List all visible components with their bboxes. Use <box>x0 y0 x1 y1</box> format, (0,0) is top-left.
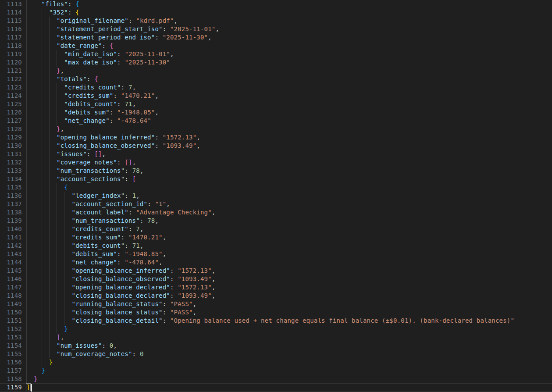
code-line[interactable]: 1148"closing_balance_declared": "1093.49… <box>0 292 552 300</box>
line-number[interactable]: 1124 <box>0 92 22 100</box>
line-number[interactable]: 1130 <box>0 142 22 150</box>
indent-guide <box>42 317 42 325</box>
line-number[interactable]: 1132 <box>0 158 22 167</box>
code-line[interactable]: 1156} <box>0 358 552 367</box>
code-line[interactable]: 1155"num_coverage_notes": 0 <box>0 350 552 358</box>
code-line[interactable]: 1140"credits_count": 7, <box>0 225 552 233</box>
code-line[interactable]: 1145"opening_balance_inferred": "1572.13… <box>0 267 552 275</box>
code-line[interactable]: 1129"opening_balance_inferred": "1572.13… <box>0 133 552 142</box>
line-number[interactable]: 1122 <box>0 75 22 83</box>
code-line[interactable]: 1152} <box>0 325 552 333</box>
code-line[interactable]: 1153], <box>0 333 552 342</box>
code-line[interactable]: 1123"credits_count": 7, <box>0 83 552 92</box>
line-number[interactable]: 1139 <box>0 217 22 225</box>
code-line[interactable]: 1150"closing_balance_status": "PASS", <box>0 308 552 317</box>
code-line[interactable]: 1147"opening_balance_declared": "1572.13… <box>0 283 552 292</box>
indent-guide <box>26 358 27 367</box>
code-line[interactable]: 1114"352": { <box>0 8 552 17</box>
code-line[interactable]: 1130"closing_balance_observed": "1093.49… <box>0 142 552 150</box>
line-number[interactable]: 1115 <box>0 17 22 25</box>
code-line[interactable]: 1135{ <box>0 183 552 192</box>
line-number[interactable]: 1146 <box>0 275 22 283</box>
code-line[interactable]: 1127"net_change": "-478.64" <box>0 117 552 125</box>
code-line[interactable]: 1157} <box>0 367 552 375</box>
line-number[interactable]: 1140 <box>0 225 22 233</box>
code-line[interactable]: 1158} <box>0 375 552 383</box>
code-line[interactable]: 1122"totals": { <box>0 75 552 83</box>
line-number[interactable]: 1159 <box>0 384 22 391</box>
code-line[interactable]: 1117"statement_period_end_iso": "2025-11… <box>0 33 552 42</box>
line-number[interactable]: 1113 <box>0 0 22 8</box>
code-line[interactable]: 1134"account_sections": [ <box>0 175 552 183</box>
code-line[interactable]: 1115"original_filename": "kdrd.pdf", <box>0 17 552 25</box>
line-number[interactable]: 1141 <box>0 233 22 242</box>
line-number[interactable]: 1138 <box>0 208 22 217</box>
code-line[interactable]: 1120"max_date_iso": "2025-11-30" <box>0 58 552 67</box>
json-key: "totals" <box>57 75 87 82</box>
code-line[interactable]: 1128}, <box>0 125 552 133</box>
code-line[interactable]: 1141"credits_sum": "1470.21", <box>0 233 552 242</box>
line-number[interactable]: 1117 <box>0 33 22 42</box>
line-number[interactable]: 1127 <box>0 117 22 125</box>
line-number[interactable]: 1151 <box>0 317 22 325</box>
line-number[interactable]: 1144 <box>0 258 22 267</box>
line-number[interactable]: 1156 <box>0 358 22 367</box>
line-number[interactable]: 1148 <box>0 292 22 300</box>
code-line[interactable]: 1131"issues": [], <box>0 150 552 158</box>
line-number[interactable]: 1152 <box>0 325 22 333</box>
code-line[interactable]: 1142"debits_count": 71, <box>0 242 552 250</box>
json-number: 71 <box>132 242 140 249</box>
code-line[interactable]: 1139"num_transactions": 78, <box>0 217 552 225</box>
code-line[interactable]: 1159] <box>0 383 552 392</box>
code-line[interactable]: 1146"closing_balance_observed": "1093.49… <box>0 275 552 283</box>
code-line[interactable]: 1143"debits_sum": "-1948.85", <box>0 250 552 258</box>
line-number[interactable]: 1142 <box>0 242 22 250</box>
line-number[interactable]: 1136 <box>0 192 22 200</box>
line-number[interactable]: 1137 <box>0 200 22 208</box>
line-number[interactable]: 1114 <box>0 8 22 17</box>
line-number[interactable]: 1147 <box>0 283 22 292</box>
code-line[interactable]: 1126"debits_sum": "-1948.85", <box>0 108 552 117</box>
line-number[interactable]: 1150 <box>0 308 22 317</box>
line-number[interactable]: 1131 <box>0 150 22 158</box>
code-line[interactable]: 1118"date_range": { <box>0 42 552 50</box>
line-number[interactable]: 1123 <box>0 83 22 92</box>
line-number[interactable]: 1121 <box>0 67 22 75</box>
code-line[interactable]: 1136"ledger_index": 1, <box>0 192 552 200</box>
line-number[interactable]: 1120 <box>0 58 22 67</box>
line-number[interactable]: 1119 <box>0 50 22 58</box>
line-number[interactable]: 1134 <box>0 175 22 183</box>
line-number[interactable]: 1155 <box>0 350 22 358</box>
line-number[interactable]: 1118 <box>0 42 22 50</box>
code-line[interactable]: 1121}, <box>0 67 552 75</box>
code-line[interactable]: 1149"running_balance_status": "PASS", <box>0 300 552 308</box>
line-number[interactable]: 1116 <box>0 25 22 33</box>
code-line[interactable]: 1119"min_date_iso": "2025-11-01", <box>0 50 552 58</box>
code-line[interactable]: 1124"credits_sum": "1470.21", <box>0 92 552 100</box>
code-line[interactable]: 1133"num_transactions": 78, <box>0 167 552 175</box>
line-number[interactable]: 1154 <box>0 342 22 350</box>
code-editor[interactable]: 1113"files": {1114"352": {1115"original_… <box>0 0 552 392</box>
code-line[interactable]: 1154"num_issues": 0, <box>0 342 552 350</box>
indent-guide <box>49 33 50 42</box>
line-number[interactable]: 1126 <box>0 108 22 117</box>
line-number[interactable]: 1128 <box>0 125 22 133</box>
code-line[interactable]: 1132"coverage_notes": [], <box>0 158 552 167</box>
code-line[interactable]: 1125"debits_count": 71, <box>0 100 552 108</box>
line-number[interactable]: 1149 <box>0 300 22 308</box>
code-line[interactable]: 1144"net_change": "-478.64", <box>0 258 552 267</box>
line-number[interactable]: 1143 <box>0 250 22 258</box>
line-number[interactable]: 1129 <box>0 133 22 142</box>
line-number[interactable]: 1133 <box>0 167 22 175</box>
line-number[interactable]: 1157 <box>0 367 22 375</box>
line-number[interactable]: 1145 <box>0 267 22 275</box>
line-number[interactable]: 1153 <box>0 333 22 342</box>
code-line[interactable]: 1116"statement_period_start_iso": "2025-… <box>0 25 552 33</box>
line-number[interactable]: 1158 <box>0 375 22 383</box>
line-number[interactable]: 1135 <box>0 183 22 192</box>
line-number[interactable]: 1125 <box>0 100 22 108</box>
code-line[interactable]: 1137"account_section_id": "1", <box>0 200 552 208</box>
code-line[interactable]: 1113"files": { <box>0 0 552 8</box>
code-line[interactable]: 1138"account_label": "Advantage Checking… <box>0 208 552 217</box>
code-line[interactable]: 1151"closing_balance_detail": "Opening b… <box>0 317 552 325</box>
